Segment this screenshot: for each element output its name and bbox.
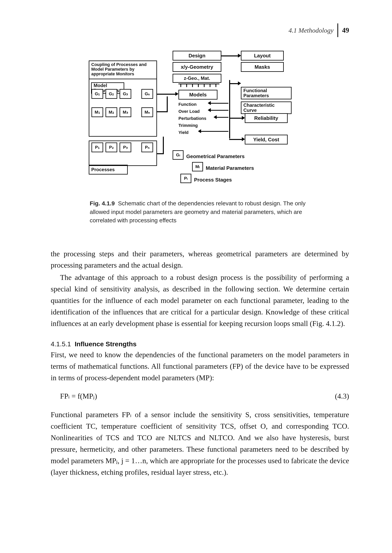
body-p2: The advantage of this approach to a robu… [51, 272, 349, 329]
subsection-p2: Functional parameters FPᵢ of a sensor in… [51, 409, 349, 478]
conn-function [211, 103, 228, 104]
mn-box: Mₙ [141, 107, 153, 117]
tick3 [192, 84, 193, 87]
yield-label: Yield [178, 129, 189, 136]
conn-m-models-v [167, 96, 168, 112]
arrow-to-fp [238, 81, 241, 85]
tick4 [198, 84, 199, 87]
arrow-to-rel [242, 116, 245, 120]
arrow-yield [198, 129, 201, 133]
gn-box: Gₙ [141, 89, 153, 99]
overload-label: Over Load [178, 108, 200, 115]
tick6 [210, 84, 210, 87]
trimming-label: Trimming [178, 122, 198, 129]
yield-cost-box: Yield, Cost [245, 135, 288, 144]
models-box: Models [178, 90, 217, 100]
arrow-function [208, 101, 211, 105]
subsection-title: Influence Strengths [75, 340, 137, 348]
g1-box: G₁ [91, 89, 103, 99]
conn-perturb [217, 117, 228, 118]
figure-4-1-9: Coupling of Processes and Model Paramete… [89, 51, 311, 191]
arrow-perturb [214, 115, 217, 119]
perturbations-label: Perturbations [178, 115, 206, 122]
characteristic-curve-box: Characteristic Curve [241, 101, 292, 114]
equation: FPᵢ = f(MPⱼ) [60, 390, 97, 402]
coupling-title: Coupling of Processes and Model Paramete… [91, 62, 154, 77]
conn-yield [201, 131, 228, 132]
z-geo-box: z-Geo., Mat. [173, 74, 221, 83]
process-stages-label: Process Stages [194, 176, 232, 184]
conn-m-models [157, 111, 167, 112]
arrow-design-layout [238, 54, 241, 57]
processes-box: Processes [89, 165, 128, 174]
conn-right-vert [229, 80, 230, 139]
running-header: 4.1 Methodology 49 [289, 23, 349, 37]
layout-box: Layout [241, 51, 284, 60]
function-label: Function [178, 101, 196, 108]
arrow-to-yc [242, 137, 245, 141]
m1-box: M₁ [91, 107, 103, 117]
masks-box: Masks [241, 62, 284, 72]
conn-proc-up [163, 137, 164, 154]
header-divider [337, 23, 338, 37]
geometrical-parameters-label: Geometrical Parameters [186, 153, 245, 160]
conn-overload [211, 110, 228, 111]
tick2 [186, 84, 187, 87]
conn-to-rel [229, 118, 243, 119]
subsection-heading: 4.1.5.1 Influence Strengths [51, 339, 349, 349]
tick1 [180, 84, 181, 87]
header-section: 4.1 Methodology [289, 25, 334, 35]
page: 4.1 Methodology 49 Coupling of Processes… [0, 0, 392, 553]
figure-wrap: Coupling of Processes and Model Paramete… [51, 51, 349, 191]
body-p1: the processing steps and their parameter… [51, 248, 349, 271]
body-text: the processing steps and their parameter… [51, 248, 349, 329]
processes-frame [89, 141, 157, 166]
tick7 [216, 84, 216, 87]
subsection-p1: First, we need to know the dependencies … [51, 349, 349, 384]
conn-to-yc [229, 139, 243, 140]
conn-proc-h [157, 153, 164, 154]
figure-caption: Fig. 4.1.9 Schematic chart of the depend… [90, 199, 310, 225]
g3-box: G₃ [119, 89, 131, 99]
pi-box: Pᵢ [180, 174, 191, 183]
zgeo-baseline [178, 84, 219, 84]
m3-box: M₃ [119, 107, 131, 117]
equation-number: (4.3) [335, 390, 349, 402]
model-parameters-frame [89, 70, 157, 137]
subsection-number: 4.1.5.1 [51, 340, 71, 348]
tick5 [204, 84, 205, 87]
conn-g-models [157, 94, 176, 95]
reliability-box: Reliability [245, 113, 288, 123]
equation-row: FPᵢ = f(MPⱼ) (4.3) [60, 390, 349, 402]
functional-parameters-text: Functional Parameters [243, 88, 289, 98]
page-number: 49 [342, 25, 349, 36]
g2-box: G₂ [105, 89, 117, 99]
caption-text: Schematic chart of the dependencies rele… [90, 200, 306, 223]
arrow-overload [208, 108, 211, 112]
subsection-body: First, we need to know the dependencies … [51, 349, 349, 478]
m2-box: M₂ [105, 107, 117, 117]
functional-parameters-box: Functional Parameters [241, 87, 292, 99]
coupling-title-box: Coupling of Processes and Model Paramete… [89, 60, 157, 79]
gi-box: Gᵢ [173, 150, 183, 160]
material-parameters-label: Material Parameters [206, 164, 254, 172]
caption-label: Fig. 4.1.9 [90, 200, 115, 207]
characteristic-curve-text: Characteristic Curve [243, 103, 289, 113]
design-box: Design [173, 51, 221, 60]
conn-design-layout [221, 55, 238, 57]
xy-geometry-box: x/y-Geometry [173, 62, 221, 72]
arrow-g-models [175, 92, 178, 96]
mi-box: Mᵢ [192, 162, 203, 171]
